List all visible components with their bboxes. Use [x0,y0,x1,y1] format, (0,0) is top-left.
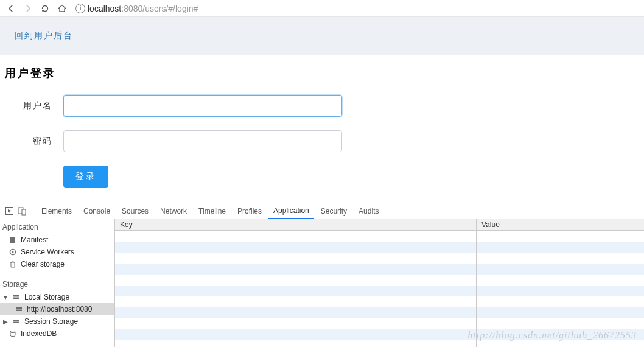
back-to-dashboard-link[interactable]: 回到用户后台 [15,30,73,40]
storage-icon [15,305,23,314]
svg-rect-6 [13,295,19,297]
storage-value-column[interactable] [477,231,644,347]
inspect-icon[interactable] [4,206,15,217]
svg-rect-8 [16,307,22,309]
database-icon [9,329,17,338]
device-toggle-icon[interactable] [16,206,27,217]
tab-network[interactable]: Network [155,203,192,219]
svg-point-5 [12,251,14,253]
devtools-sidebar: Application Manifest Service Workers Cle… [0,219,115,347]
forward-button[interactable] [21,1,35,16]
page-content: 回到用户后台 用户登录 用户名 密码 登录 [0,17,644,202]
login-button[interactable]: 登录 [63,166,108,188]
tab-audits[interactable]: Audits [354,203,383,219]
page-title: 用户登录 [5,66,639,80]
manifest-icon [9,236,17,244]
browser-toolbar: i localhost:8080/users/#/login# [0,0,644,17]
login-section: 用户登录 用户名 密码 登录 [0,55,644,202]
tab-elements[interactable]: Elements [37,203,77,219]
trash-icon [9,260,17,268]
password-input[interactable] [63,130,342,152]
sidebar-item-local-storage-origin[interactable]: http://localhost:8080 [0,303,114,315]
sidebar-item-indexeddb[interactable]: IndexedDB [0,328,114,340]
home-button[interactable] [55,1,69,16]
gear-icon [9,248,17,256]
site-info-icon[interactable]: i [75,4,85,13]
svg-rect-9 [16,310,22,312]
svg-rect-7 [13,298,19,300]
chevron-right-icon: ▶ [2,318,9,325]
chevron-down-icon: ▼ [2,294,9,301]
sidebar-group-application: Application [0,219,114,234]
storage-value-header[interactable]: Value [477,219,505,230]
tab-console[interactable]: Console [79,203,115,219]
svg-rect-2 [22,209,26,215]
storage-key-header[interactable]: Key [115,219,477,230]
username-label: 用户名 [5,100,63,111]
back-button[interactable] [4,1,18,16]
reload-button[interactable] [38,1,52,16]
storage-icon [12,317,21,326]
svg-point-12 [10,331,15,332]
tab-application[interactable]: Application [268,203,314,219]
devtools-tabs: Elements Console Sources Network Timelin… [0,203,644,219]
sidebar-group-storage: Storage [0,276,114,291]
tab-security[interactable]: Security [316,203,352,219]
devtools-storage-table: Key Value [115,219,644,347]
svg-rect-3 [10,237,15,243]
sidebar-item-clear-storage[interactable]: Clear storage [0,258,114,270]
tab-sources[interactable]: Sources [117,203,153,219]
svg-rect-11 [13,322,19,324]
address-bar[interactable]: i localhost:8080/users/#/login# [72,2,640,15]
sidebar-item-manifest[interactable]: Manifest [0,234,114,246]
url-text: localhost:8080/users/#/login# [88,4,198,13]
sidebar-item-service-workers[interactable]: Service Workers [0,246,114,258]
username-input[interactable] [63,95,342,117]
storage-icon [12,293,21,301]
tab-profiles[interactable]: Profiles [233,203,267,219]
tab-timeline[interactable]: Timeline [194,203,231,219]
sidebar-item-session-storage[interactable]: ▶ Session Storage [0,315,114,328]
svg-rect-10 [13,320,19,321]
devtools-panel: Elements Console Sources Network Timelin… [0,203,644,347]
storage-key-column[interactable] [115,231,477,347]
banner: 回到用户后台 [0,17,644,55]
password-label: 密码 [5,136,63,147]
sidebar-item-local-storage[interactable]: ▼ Local Storage [0,291,114,303]
